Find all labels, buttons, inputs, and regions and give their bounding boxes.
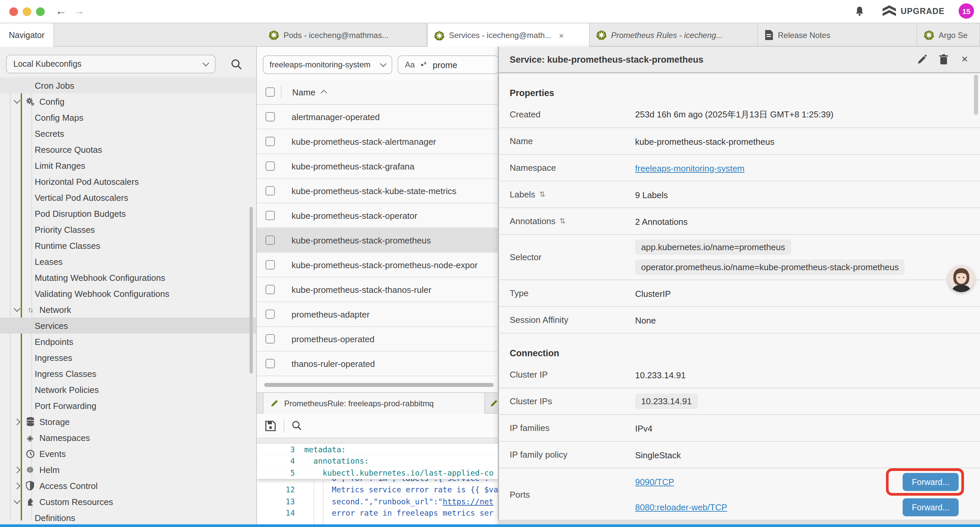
delete-trash-icon[interactable]: [935, 51, 952, 68]
sidebar-item-definitions[interactable]: Definitions: [0, 509, 257, 524]
property-row-type: TypeClusterIP: [499, 280, 980, 307]
row-checkbox[interactable]: [266, 161, 275, 171]
sort-toggle-icon[interactable]: ⇅: [539, 190, 546, 199]
sidebar-item-validating-webhook-configurations[interactable]: Validating Webhook Configurations: [0, 285, 257, 301]
sidebar-item-network[interactable]: ↑↓Network: [0, 301, 257, 318]
namespace-select-value: freeleaps-monitoring-system: [269, 60, 381, 69]
traffic-light-minimize-icon[interactable]: [23, 7, 31, 16]
namespace-select[interactable]: freeleaps-monitoring-system: [263, 56, 392, 74]
row-checkbox[interactable]: [266, 137, 275, 146]
row-checkbox[interactable]: [266, 211, 275, 220]
editor-search-icon[interactable]: [291, 420, 302, 431]
service-search-input[interactable]: Aa ▪* prome: [398, 56, 498, 74]
row-checkbox[interactable]: [266, 334, 275, 344]
sidebar-item-storage[interactable]: Storage: [0, 414, 257, 430]
save-icon[interactable]: [265, 420, 276, 431]
sidebar-item-config[interactable]: Config: [0, 93, 257, 110]
close-icon[interactable]: ×: [559, 30, 564, 40]
sidebar-item-port-forwarding[interactable]: Port Forwarding: [0, 398, 257, 414]
sidebar-item-helm[interactable]: ☸Helm: [0, 462, 257, 478]
table-row-kube-prometheus-stack-kube-state-metrics[interactable]: kube-prometheus-stack-kube-state-metrics: [257, 179, 498, 204]
table-row-prometheus-operated[interactable]: prometheus-operated: [257, 327, 498, 352]
forward-button[interactable]: Forward...: [903, 498, 959, 516]
forward-icon[interactable]: →: [73, 0, 85, 23]
property-link[interactable]: freeleaps-monitoring-system: [635, 163, 745, 173]
sidebar-item-ingress-classes[interactable]: Ingress Classes: [0, 366, 257, 382]
sidebar-item-config-maps[interactable]: Config Maps: [0, 110, 257, 126]
row-checkbox[interactable]: [266, 236, 275, 245]
sidebar-item-secrets[interactable]: Secrets: [0, 126, 257, 142]
tab-navigator[interactable]: Navigator: [0, 23, 54, 47]
row-checkbox[interactable]: [266, 309, 275, 319]
sidebar-item-mutating-webhook-configurations[interactable]: Mutating Webhook Configurations: [0, 269, 257, 285]
detail-hscrollbar[interactable]: [498, 520, 980, 524]
sidebar-item-limit-ranges[interactable]: Limit Ranges: [0, 158, 257, 174]
port-link[interactable]: 9090/TCP: [635, 477, 674, 487]
sidebar-item-pod-disruption-budgets[interactable]: Pod Disruption Budgets: [0, 205, 257, 221]
property-label: Cluster IP: [499, 369, 635, 380]
edit-pencil-icon[interactable]: [913, 51, 931, 68]
table-row-kube-prometheus-stack-prometheus-node-expor[interactable]: kube-prometheus-stack-prometheus-node-ex…: [257, 253, 498, 277]
sort-toggle-icon[interactable]: ⇅: [559, 217, 565, 226]
table-row-prometheus-adapter[interactable]: prometheus-adapter: [257, 302, 498, 327]
sidebar-item-access-control[interactable]: Access Control: [0, 478, 257, 494]
sidebar-item-horizontal-pod-autoscalers[interactable]: Horizontal Pod Autoscalers: [0, 174, 257, 189]
search-icon[interactable]: [231, 59, 242, 70]
section-heading-properties: Properties: [510, 88, 969, 101]
match-case-toggle[interactable]: Aa: [405, 60, 415, 69]
regex-toggle[interactable]: ▪*: [421, 60, 426, 69]
table-hscrollbar[interactable]: [264, 383, 494, 387]
upgrade-icon[interactable]: [883, 5, 896, 18]
sidebar-item-vertical-pod-autoscalers[interactable]: Vertical Pod Autoscalers: [0, 189, 257, 205]
property-value: ClusterIP: [635, 288, 671, 299]
editor-tab-prometheusrule[interactable]: PrometheusRule: freeleaps-prod-rabbitmq: [263, 393, 485, 414]
table-row-kube-prometheus-stack-operator[interactable]: kube-prometheus-stack-operator: [257, 204, 498, 228]
sidebar-item-events[interactable]: Events: [0, 446, 257, 462]
row-checkbox[interactable]: [266, 112, 275, 121]
traffic-light-zoom-icon[interactable]: [36, 7, 45, 16]
row-checkbox[interactable]: [266, 285, 275, 294]
user-avatar[interactable]: [948, 266, 975, 292]
row-checkbox[interactable]: [266, 260, 275, 269]
sidebar-item-network-policies[interactable]: Network Policies: [0, 382, 257, 398]
sidebar-item-ingresses[interactable]: Ingresses: [0, 350, 257, 366]
table-row-kube-prometheus-stack-grafana[interactable]: kube-prometheus-stack-grafana: [257, 154, 498, 179]
traffic-light-close-icon[interactable]: [10, 7, 18, 16]
sidebar-item-endpoints[interactable]: Endpoints: [0, 334, 257, 350]
sidebar-item-resource-quotas[interactable]: Resource Quotas: [0, 142, 257, 158]
table-row-kube-prometheus-stack-alertmanager[interactable]: kube-prometheus-stack-alertmanager: [257, 129, 498, 154]
table-row-kube-prometheus-stack-thanos-ruler[interactable]: kube-prometheus-stack-thanos-ruler: [257, 277, 498, 302]
sidebar-item-priority-classes[interactable]: Priority Classes: [0, 221, 257, 237]
row-checkbox[interactable]: [266, 186, 275, 196]
sidebar-item-runtime-classes[interactable]: Runtime Classes: [0, 237, 257, 253]
tab-argo-se[interactable]: Argo Se: [917, 23, 980, 47]
tab-pods-icecheng-mathmas[interactable]: Pods - icecheng@mathmas...: [262, 23, 427, 47]
upgrade-label[interactable]: UPGRADE: [900, 7, 945, 16]
table-row-thanos-ruler-operated[interactable]: thanos-ruler-operated: [257, 352, 498, 376]
detail-vscrollbar[interactable]: [974, 75, 978, 115]
forward-button[interactable]: Forward...: [903, 473, 959, 491]
kubeconfig-select[interactable]: Local Kubeconfigs: [6, 55, 215, 73]
sidebar-scrollbar[interactable]: [250, 207, 253, 374]
select-all-checkbox[interactable]: [266, 88, 275, 97]
sidebar-item-leases[interactable]: Leases: [0, 253, 257, 269]
close-icon[interactable]: ×: [956, 51, 973, 68]
column-name[interactable]: Name: [292, 87, 315, 97]
sidebar-item-services[interactable]: Services: [0, 318, 257, 334]
tab-prometheus-rules-icecheng[interactable]: Prometheus Rules - icecheng...: [590, 23, 758, 47]
tab-services-icecheng-math[interactable]: Services - icecheng@math...×: [427, 23, 590, 47]
yaml-editor[interactable]: 3metadata:4annotations:5kubectl.kubernet…: [257, 444, 498, 524]
table-row-alertmanager-operated[interactable]: alertmanager-operated: [257, 105, 498, 129]
bell-icon[interactable]: [854, 6, 865, 17]
sidebar-item-cron-jobs[interactable]: Cron Jobs: [0, 77, 257, 93]
editor-tab-partial[interactable]: [486, 393, 498, 414]
sidebar-item-custom-resources[interactable]: Custom Resources: [0, 494, 257, 509]
table-row-kube-prometheus-stack-prometheus[interactable]: kube-prometheus-stack-prometheus: [257, 228, 498, 253]
tab-release-notes[interactable]: Release Notes: [758, 23, 917, 47]
row-checkbox[interactable]: [266, 359, 275, 368]
sort-asc-icon[interactable]: [320, 90, 327, 96]
sidebar-item-namespaces[interactable]: ◈Namespaces: [0, 430, 257, 446]
notification-badge[interactable]: 15: [959, 3, 974, 19]
back-icon[interactable]: ←: [56, 0, 67, 23]
port-link[interactable]: 8080:reloader-web/TCP: [635, 502, 727, 512]
